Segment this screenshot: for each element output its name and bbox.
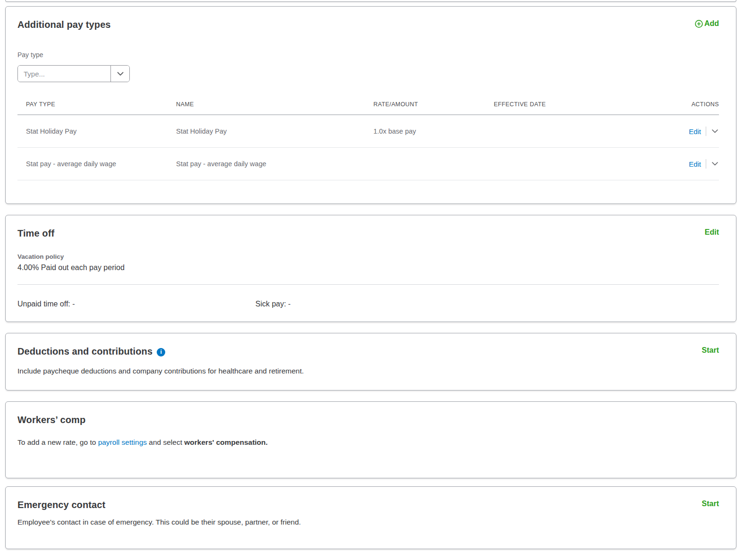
time-off-summary-row: Unpaid time off: - Sick pay: -	[17, 300, 719, 308]
additional-pay-types-header: Additional pay types Add	[17, 19, 719, 30]
time-off-header: Time off Edit	[17, 228, 719, 239]
workers-comp-card: Workers’ comp To add a new rate, go to p…	[5, 401, 736, 478]
workers-comp-bold-text: workers' compensation.	[184, 438, 268, 446]
workers-comp-text-after: and select	[147, 438, 184, 446]
deductions-contributions-description: Include paycheque deductions and company…	[17, 366, 719, 376]
workers-comp-description: To add a new rate, go to payroll setting…	[17, 438, 719, 448]
cell-rate-amount: 1.0x base pay	[373, 127, 494, 135]
edit-time-off-button[interactable]: Edit	[705, 228, 719, 237]
edit-pay-type-link[interactable]: Edit	[689, 160, 701, 168]
emergency-contact-card: Emergency contact Start Employee's conta…	[5, 486, 736, 549]
additional-pay-types-card: Additional pay types Add Pay type	[5, 6, 736, 204]
emergency-contact-title: Emergency contact	[17, 500, 105, 510]
pay-type-dropdown-button[interactable]	[110, 66, 129, 82]
add-button-label: Add	[704, 19, 719, 28]
vacation-policy-label: Vacation policy	[17, 253, 719, 260]
unpaid-time-off-value: Unpaid time off: -	[17, 300, 255, 308]
action-divider	[706, 159, 706, 169]
previous-card-bottom-edge	[5, 0, 736, 2]
employee-pay-settings-page: Additional pay types Add Pay type	[0, 0, 752, 549]
table-row: Stat pay - average daily wage Stat pay -…	[17, 148, 719, 180]
start-deductions-button[interactable]: Start	[702, 346, 719, 355]
pay-type-label: Pay type	[17, 51, 719, 59]
sick-pay-value: Sick pay: -	[255, 300, 719, 308]
chevron-down-icon	[712, 162, 718, 166]
workers-comp-title: Workers’ comp	[17, 415, 85, 425]
cell-name: Stat Holiday Pay	[176, 127, 373, 135]
deductions-contributions-card: Deductions and contributions i Start Inc…	[5, 333, 736, 390]
deductions-contributions-title: Deductions and contributions i	[17, 346, 165, 357]
emergency-contact-description: Employee's contact in case of emergency.…	[17, 518, 719, 527]
additional-pay-types-title: Additional pay types	[17, 19, 111, 30]
cell-pay-type: Stat pay - average daily wage	[26, 160, 176, 168]
time-off-title: Time off	[17, 228, 54, 239]
column-header-actions: ACTIONS	[692, 101, 719, 108]
pay-type-combobox[interactable]	[17, 65, 130, 82]
action-divider	[706, 127, 706, 136]
cell-name: Stat pay - average daily wage	[176, 160, 373, 168]
column-header-rate-amount: RATE/AMOUNT	[373, 101, 494, 108]
time-off-card: Time off Edit Vacation policy 4.00% Paid…	[5, 215, 736, 322]
column-header-effective-date: EFFECTIVE DATE	[494, 101, 638, 108]
chevron-down-icon	[117, 72, 124, 76]
pay-types-table-header: PAY TYPE NAME RATE/AMOUNT EFFECTIVE DATE…	[17, 94, 719, 115]
plus-circle-icon	[695, 20, 703, 28]
chevron-down-icon	[712, 129, 718, 133]
cell-actions: Edit	[689, 159, 719, 169]
cell-pay-type: Stat Holiday Pay	[26, 127, 176, 135]
start-emergency-contact-button[interactable]: Start	[702, 500, 719, 508]
deductions-contributions-header: Deductions and contributions i Start	[17, 346, 719, 357]
pay-type-input[interactable]	[18, 66, 110, 82]
add-pay-type-button[interactable]: Add	[695, 19, 719, 28]
workers-comp-text-before: To add a new rate, go to	[17, 438, 98, 446]
pay-type-field: Pay type	[17, 51, 719, 82]
column-header-pay-type: PAY TYPE	[26, 101, 176, 108]
cell-actions: Edit	[689, 127, 719, 136]
table-row: Stat Holiday Pay Stat Holiday Pay 1.0x b…	[17, 115, 719, 148]
vacation-policy-value: 4.00% Paid out each pay period	[17, 263, 719, 272]
column-header-name: NAME	[176, 101, 373, 108]
section-divider	[17, 284, 719, 285]
row-actions-dropdown-button[interactable]	[711, 161, 719, 167]
workers-comp-header: Workers’ comp	[17, 415, 719, 425]
deductions-contributions-title-text: Deductions and contributions	[17, 346, 152, 357]
row-actions-dropdown-button[interactable]	[711, 128, 719, 134]
edit-pay-type-link[interactable]: Edit	[689, 127, 701, 136]
payroll-settings-link[interactable]: payroll settings	[98, 438, 147, 446]
emergency-contact-header: Emergency contact Start	[17, 500, 719, 510]
info-icon[interactable]: i	[157, 348, 165, 356]
pay-types-table: PAY TYPE NAME RATE/AMOUNT EFFECTIVE DATE…	[17, 94, 719, 180]
